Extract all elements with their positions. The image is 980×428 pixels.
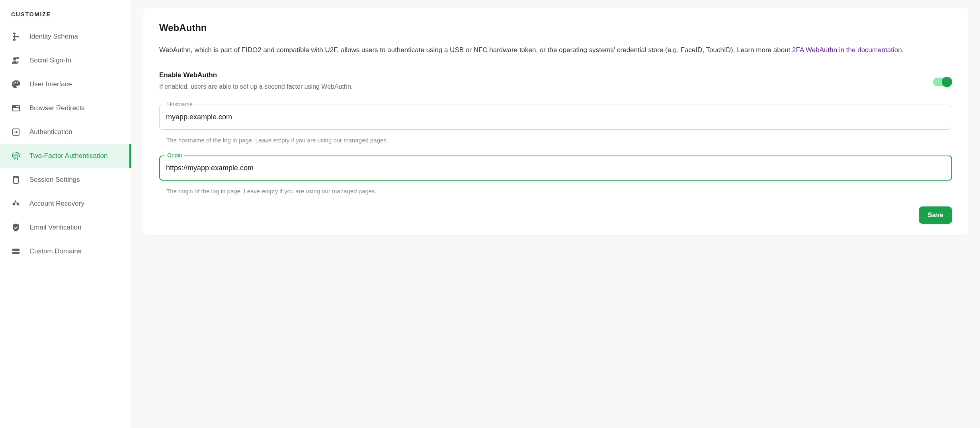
- svg-point-4: [13, 57, 16, 60]
- recovery-icon: [11, 199, 21, 208]
- sidebar-item-label: Two-Factor Authentication: [29, 152, 108, 160]
- svg-rect-18: [12, 249, 20, 251]
- svg-point-6: [14, 83, 15, 84]
- server-icon: [11, 247, 21, 256]
- sidebar-item-label: Identity Schema: [29, 33, 78, 41]
- svg-rect-19: [12, 252, 20, 254]
- documentation-link[interactable]: 2FA WebAuthn in the documentation: [792, 46, 902, 54]
- sidebar-item-social-sign-in[interactable]: Social Sign-In: [0, 49, 131, 72]
- svg-point-15: [16, 177, 16, 178]
- sidebar-item-label: Custom Domains: [29, 247, 81, 255]
- button-row: Save: [159, 206, 952, 224]
- toggle-label-wrapper: Enable WebAuthn If enabled, users are ab…: [159, 71, 933, 90]
- description-text-post: .: [902, 46, 904, 54]
- users-icon: [11, 56, 21, 65]
- hostname-field: Hostname: [159, 105, 952, 130]
- sidebar-item-user-interface[interactable]: User Interface: [0, 72, 131, 96]
- sidebar-item-label: User Interface: [29, 80, 72, 88]
- sidebar-item-session-settings[interactable]: Session Settings: [0, 168, 131, 192]
- card-description: WebAuthn, which is part of FIDO2 and com…: [159, 45, 952, 55]
- sidebar-item-custom-domains[interactable]: Custom Domains: [0, 239, 131, 263]
- palette-icon: [11, 80, 21, 89]
- svg-rect-0: [13, 33, 16, 34]
- sidebar-item-label: Session Settings: [29, 176, 80, 184]
- origin-label: Origin: [165, 152, 184, 158]
- hostname-label: Hostname: [165, 101, 195, 107]
- toggle-label: Enable WebAuthn: [159, 71, 933, 79]
- hostname-help: The hostname of the log in page. Leave e…: [159, 133, 952, 144]
- sidebar-item-label: Email Verification: [29, 224, 81, 232]
- svg-point-20: [14, 249, 14, 250]
- hostname-input[interactable]: [159, 105, 952, 130]
- sidebar-item-browser-redirects[interactable]: Browser Redirects: [0, 96, 131, 120]
- description-text-pre: WebAuthn, which is part of FIDO2 and com…: [159, 46, 792, 54]
- sidebar-item-two-factor-authentication[interactable]: Two-Factor Authentication: [0, 144, 131, 168]
- origin-field: Origin: [159, 156, 952, 181]
- enable-webauthn-row: Enable WebAuthn If enabled, users are ab…: [159, 71, 952, 90]
- sidebar-item-identity-schema[interactable]: Identity Schema: [0, 25, 131, 49]
- toggle-handle: [942, 77, 952, 87]
- svg-rect-2: [17, 36, 19, 37]
- sidebar: CUSTOMIZE Identity Schema Social Sign-In…: [0, 0, 131, 428]
- svg-rect-3: [13, 39, 16, 41]
- sidebar-item-email-verification[interactable]: Email Verification: [0, 216, 131, 239]
- svg-point-21: [14, 253, 14, 253]
- sidebar-item-authentication[interactable]: Authentication: [0, 120, 131, 144]
- shield-icon: [11, 223, 21, 232]
- card-title: WebAuthn: [159, 22, 952, 33]
- browser-icon: [11, 103, 21, 113]
- sidebar-header: CUSTOMIZE: [0, 0, 131, 25]
- sidebar-item-label: Account Recovery: [29, 200, 84, 208]
- sidebar-item-label: Social Sign-In: [29, 56, 71, 64]
- sidebar-item-label: Authentication: [29, 128, 72, 136]
- sidebar-item-account-recovery[interactable]: Account Recovery: [0, 192, 131, 216]
- login-icon: [11, 127, 21, 137]
- svg-point-7: [15, 82, 16, 83]
- sidebar-item-label: Browser Redirects: [29, 104, 85, 112]
- svg-rect-11: [12, 105, 16, 107]
- main-content: WebAuthn WebAuthn, which is part of FIDO…: [131, 0, 980, 428]
- toggle-help: If enabled, users are able to set up a s…: [159, 83, 353, 90]
- webauthn-card: WebAuthn WebAuthn, which is part of FIDO…: [143, 8, 968, 235]
- origin-help: The origin of the log in page. Leave emp…: [159, 184, 952, 195]
- origin-input[interactable]: [159, 156, 952, 181]
- svg-rect-17: [16, 202, 20, 206]
- svg-rect-1: [13, 36, 16, 37]
- device-icon: [11, 175, 21, 185]
- svg-point-8: [17, 82, 18, 84]
- schema-icon: [11, 32, 21, 41]
- enable-webauthn-toggle[interactable]: [933, 78, 952, 86]
- fingerprint-icon: [11, 151, 21, 161]
- svg-point-5: [16, 57, 19, 59]
- save-button[interactable]: Save: [919, 206, 952, 224]
